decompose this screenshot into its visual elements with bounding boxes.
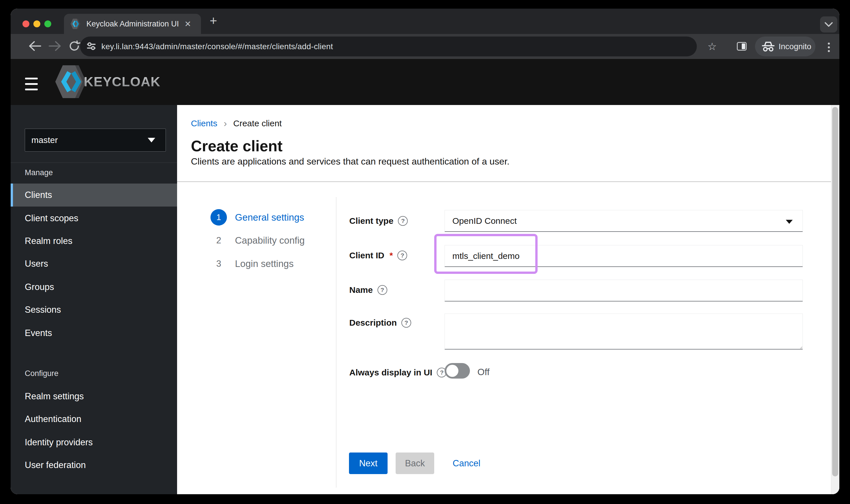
sidebar-item-client-scopes[interactable]: Client scopes <box>11 207 177 230</box>
tab-strip: Keycloak Administration UI ✕ + <box>11 8 839 34</box>
browser-toolbar: key.li.lan:9443/admin/master/console/#/m… <box>11 34 839 59</box>
new-tab-button[interactable]: + <box>205 13 222 29</box>
sidebar-item-events[interactable]: Events <box>11 322 177 345</box>
sidebar-item-realm-settings[interactable]: Realm settings <box>11 385 177 408</box>
breadcrumb-separator-icon: › <box>224 118 227 129</box>
always-display-label-row: Always display in UI ? <box>349 368 447 377</box>
realm-selector-value: master <box>31 135 58 145</box>
name-help-icon[interactable]: ? <box>378 285 387 295</box>
select-caret-icon <box>786 220 793 224</box>
masthead: KEYCLOAK ? admin <box>11 59 839 105</box>
page-subtitle: Clients are applications and services th… <box>191 156 509 167</box>
breadcrumb: Clients › Create client <box>191 118 282 129</box>
sidebar-item-realm-roles[interactable]: Realm roles <box>11 230 177 253</box>
sidebar-item-user-federation[interactable]: User federation <box>11 454 177 477</box>
next-button[interactable]: Next <box>349 452 387 474</box>
name-label-row: Name ? <box>349 285 387 295</box>
name-input[interactable] <box>445 280 803 302</box>
page-title: Create client <box>191 137 282 155</box>
cancel-link[interactable]: Cancel <box>453 458 481 469</box>
client-type-help-icon[interactable]: ? <box>398 216 408 226</box>
realm-selector-caret-icon <box>148 138 155 142</box>
sidebar-item-users[interactable]: Users <box>11 252 177 275</box>
always-display-toggle[interactable] <box>445 363 470 379</box>
sidebar-item-authentication[interactable]: Authentication <box>11 408 177 431</box>
incognito-icon <box>762 41 775 52</box>
nav-group-configure: Configure <box>25 369 58 378</box>
description-textarea[interactable] <box>445 313 803 349</box>
wizard-step-capability-config[interactable]: 2 Capability config <box>210 232 305 249</box>
tab-close-icon[interactable]: ✕ <box>185 19 191 29</box>
scrollbar-track[interactable] <box>831 105 839 494</box>
sidebar-item-identity-providers[interactable]: Identity providers <box>11 431 177 454</box>
browser-menu-icon[interactable] <box>828 41 830 54</box>
client-id-input[interactable] <box>445 245 803 267</box>
keycloak-logo[interactable]: KEYCLOAK <box>55 65 160 98</box>
keycloak-logo-icon <box>55 65 86 98</box>
zoom-window-button[interactable] <box>44 20 51 27</box>
browser-window: Keycloak Administration UI ✕ + <box>11 8 839 494</box>
realm-selector[interactable]: master <box>25 129 166 151</box>
bookmark-star-icon[interactable]: ☆ <box>708 40 717 53</box>
back-icon[interactable] <box>28 41 42 52</box>
scrollbar-thumb[interactable] <box>832 107 838 476</box>
nav-toggle-icon[interactable] <box>25 78 38 94</box>
sidebar-item-clients[interactable]: Clients <box>11 183 177 206</box>
back-button[interactable]: Back <box>396 452 434 474</box>
wizard-step-login-settings[interactable]: 3 Login settings <box>210 255 294 272</box>
header-divider <box>177 181 839 182</box>
reload-icon[interactable] <box>68 40 80 53</box>
incognito-label: Incognito <box>779 42 811 51</box>
client-type-select[interactable]: OpenID Connect <box>445 210 803 232</box>
tab-search-button[interactable] <box>820 16 837 33</box>
nav-group-manage: Manage <box>25 168 53 177</box>
required-asterisk: * <box>389 251 393 260</box>
client-id-label-row: Client ID * ? <box>349 251 407 260</box>
main-content: Clients › Create client Create client Cl… <box>177 105 839 494</box>
forward-icon[interactable] <box>48 41 62 52</box>
minimize-window-button[interactable] <box>33 20 40 27</box>
breadcrumb-clients-link[interactable]: Clients <box>191 119 218 128</box>
client-id-help-icon[interactable]: ? <box>397 251 407 260</box>
tab-title: Keycloak Administration UI <box>86 20 179 29</box>
address-bar[interactable]: key.li.lan:9443/admin/master/console/#/m… <box>80 37 697 56</box>
always-display-state: Off <box>478 367 489 377</box>
browser-tab[interactable]: Keycloak Administration UI ✕ <box>64 14 201 34</box>
description-help-icon[interactable]: ? <box>401 318 411 328</box>
client-type-label-row: Client type ? <box>349 216 408 226</box>
close-window-button[interactable] <box>22 20 29 27</box>
site-settings-icon[interactable] <box>86 41 96 52</box>
incognito-badge: Incognito <box>755 37 815 56</box>
side-panel-icon[interactable] <box>737 42 747 51</box>
sidebar: master Manage Clients Client scopes Real… <box>11 105 177 494</box>
wizard-divider <box>336 197 336 488</box>
url-text: key.li.lan:9443/admin/master/console/#/m… <box>101 42 333 51</box>
keycloak-favicon-icon <box>70 19 81 30</box>
wizard-step-general-settings[interactable]: 1 General settings <box>210 209 304 226</box>
sidebar-item-groups[interactable]: Groups <box>11 275 177 299</box>
keycloak-wordmark: KEYCLOAK <box>84 74 160 89</box>
breadcrumb-current: Create client <box>233 119 282 128</box>
description-label-row: Description ? <box>349 318 411 328</box>
sidebar-item-sessions[interactable]: Sessions <box>11 298 177 321</box>
